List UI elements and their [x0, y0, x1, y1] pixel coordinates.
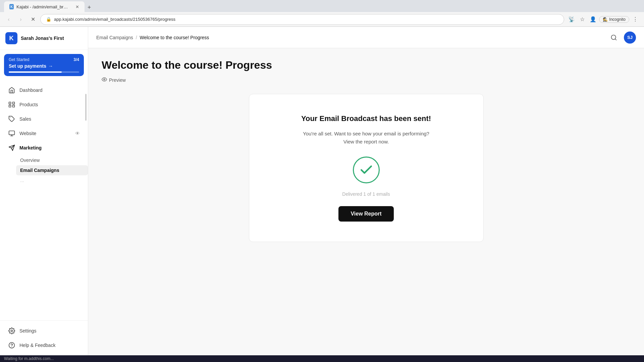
back-button[interactable]: ‹: [4, 15, 13, 24]
breadcrumb-separator: /: [136, 35, 137, 40]
sidebar-item-label: Marketing: [19, 145, 42, 150]
sidebar-item-overview[interactable]: Overview: [16, 155, 88, 165]
sidebar-item-label: Help & Feedback: [19, 343, 55, 348]
get-started-label: Get Started: [9, 57, 29, 62]
view-report-button[interactable]: View Report: [338, 206, 393, 222]
marketing-sub-nav-extra: ...: [16, 175, 88, 185]
get-started-action[interactable]: Set up payments →: [9, 63, 79, 69]
topbar-icons: SJ: [608, 32, 636, 44]
sidebar-item-label: Settings: [19, 328, 37, 334]
sidebar-item-products[interactable]: Products: [3, 98, 85, 112]
success-icon-circle: [353, 157, 380, 183]
breadcrumb-parent[interactable]: Email Campaigns: [96, 35, 133, 40]
products-icon: [8, 101, 15, 108]
browser-toolbar-icons: 📡 ☆ 👤 🕵 Incognito ⋮: [567, 15, 640, 24]
settings-icon: [8, 327, 15, 335]
profile-icon[interactable]: 👤: [588, 15, 598, 24]
svg-rect-2: [9, 105, 11, 107]
reload-button[interactable]: ✕: [28, 15, 38, 24]
email-sent-card: Your Email Broadcast has been sent! You'…: [249, 94, 484, 242]
more-icon[interactable]: ⋮: [631, 15, 640, 24]
tab-title: Kajabi - /admin/email_broadcast...: [16, 4, 70, 9]
search-icon[interactable]: [608, 32, 620, 44]
get-started-banner[interactable]: Get Started 3/4 Set up payments →: [4, 54, 84, 76]
breadcrumb: Email Campaigns / Welcome to the course!…: [96, 35, 209, 40]
sidebar-scroll-indicator: [85, 94, 87, 121]
tab-close-icon[interactable]: ✕: [75, 4, 79, 9]
email-sent-description: You're all set. Want to see how your ema…: [263, 130, 470, 146]
svg-point-13: [104, 79, 105, 80]
incognito-icon: 🕵: [603, 17, 608, 22]
get-started-arrow-icon: →: [48, 63, 53, 69]
sidebar-logo: K: [5, 32, 17, 44]
help-icon: [8, 342, 15, 349]
delivered-text: Delivered 1 of 1 emails: [263, 191, 470, 197]
browser-toolbar: ‹ › ✕ 🔒 app.kajabi.com/admin/email_broad…: [0, 12, 644, 27]
svg-point-8: [11, 330, 13, 332]
new-tab-button[interactable]: +: [85, 3, 94, 12]
get-started-progress-fill: [9, 71, 62, 73]
sidebar-item-dashboard[interactable]: Dashboard: [3, 83, 85, 97]
sidebar: K Sarah Jonas's First Get Started 3/4 Se…: [0, 27, 88, 355]
main-content: Email Campaigns / Welcome to the course!…: [88, 27, 644, 355]
status-text: Waiting for m.addthis.com...: [4, 356, 54, 361]
sidebar-item-label: Website: [19, 131, 36, 136]
bookmark-icon[interactable]: ☆: [578, 15, 587, 24]
sidebar-item-label: Products: [19, 102, 38, 107]
sales-icon: [8, 115, 15, 123]
email-sent-title: Your Email Broadcast has been sent!: [263, 114, 470, 123]
browser-chrome: K Kajabi - /admin/email_broadcast... ✕ +…: [0, 0, 644, 27]
cast-icon[interactable]: 📡: [567, 15, 576, 24]
browser-tab-active[interactable]: K Kajabi - /admin/email_broadcast... ✕: [4, 1, 85, 12]
sidebar-item-sales[interactable]: Sales: [3, 112, 85, 126]
eye-icon: [102, 77, 107, 83]
sidebar-item-website[interactable]: Website 👁: [3, 126, 85, 140]
get-started-progress-bar: [9, 71, 79, 73]
sidebar-item-extra[interactable]: ...: [16, 175, 88, 185]
svg-line-12: [615, 39, 616, 40]
tab-favicon: K: [9, 4, 14, 9]
home-icon: [8, 86, 15, 94]
status-bar: Waiting for m.addthis.com...: [0, 355, 644, 362]
breadcrumb-current: Welcome to the course! Progress: [140, 35, 209, 40]
marketing-sub-nav: Overview Email Campaigns: [16, 155, 88, 175]
sidebar-item-label: Sales: [19, 116, 31, 122]
sidebar-nav: Dashboard Products Sales: [0, 80, 88, 320]
svg-rect-5: [9, 131, 15, 135]
avatar[interactable]: SJ: [624, 32, 636, 44]
page-content: Welcome to the course! Progress Preview …: [88, 48, 644, 355]
sidebar-item-email-campaigns[interactable]: Email Campaigns: [16, 165, 88, 175]
url-text: app.kajabi.com/admin/email_broadcasts/21…: [54, 17, 558, 22]
marketing-icon: [8, 144, 15, 152]
sidebar-brand-name: Sarah Jonas's First: [21, 36, 64, 41]
incognito-badge: 🕵 Incognito: [599, 16, 629, 23]
address-bar[interactable]: 🔒 app.kajabi.com/admin/email_broadcasts/…: [40, 14, 564, 25]
sidebar-item-label: Dashboard: [19, 87, 43, 93]
sidebar-item-marketing[interactable]: Marketing: [3, 141, 85, 155]
website-icon: [8, 130, 15, 137]
sidebar-header: K Sarah Jonas's First: [0, 27, 88, 50]
topbar: Email Campaigns / Welcome to the course!…: [88, 27, 644, 48]
preview-link[interactable]: Preview: [102, 77, 631, 83]
svg-rect-0: [9, 102, 11, 104]
get-started-count: 3/4: [73, 57, 79, 62]
svg-rect-3: [13, 105, 15, 107]
sidebar-item-settings[interactable]: Settings: [3, 324, 85, 338]
sidebar-item-help[interactable]: Help & Feedback: [3, 338, 85, 352]
page-title: Welcome to the course! Progress: [102, 59, 631, 71]
website-eye-icon: 👁: [75, 131, 80, 136]
sidebar-bottom: Settings Help & Feedback: [0, 320, 88, 355]
forward-button[interactable]: ›: [16, 15, 25, 24]
lock-icon: 🔒: [46, 17, 51, 22]
svg-rect-1: [13, 102, 15, 104]
